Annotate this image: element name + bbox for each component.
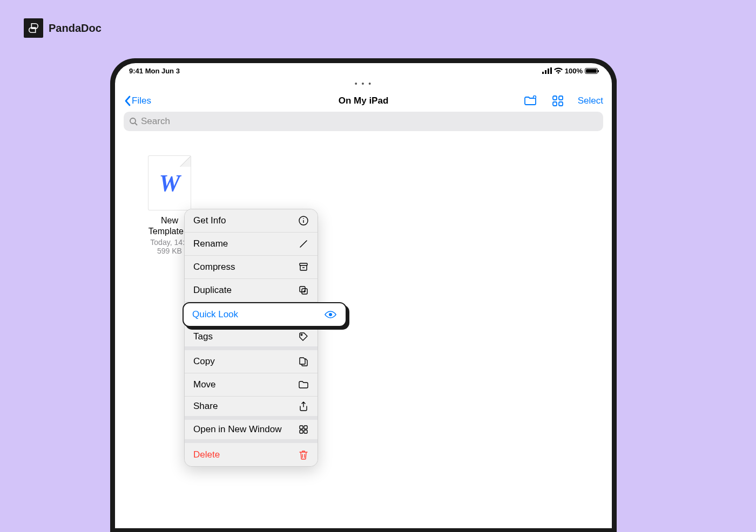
tag-icon <box>298 331 309 342</box>
menu-copy[interactable]: Copy <box>185 350 318 373</box>
info-icon <box>298 215 309 226</box>
trash-icon <box>298 449 309 460</box>
menu-label: Share <box>193 401 218 412</box>
svg-point-24 <box>301 334 302 335</box>
pencil-icon <box>298 238 309 249</box>
ipad-screen: 9:41 Mon Jun 3 100% • • • Files On My iP… <box>115 63 612 528</box>
menu-label: Open in New Window <box>193 424 281 435</box>
context-menu: Get Info Rename Compress Duplicate Quick… <box>184 209 318 467</box>
svg-rect-28 <box>304 430 307 433</box>
eye-icon <box>324 309 337 320</box>
cellular-icon <box>542 67 552 74</box>
menu-label: Delete <box>193 449 220 460</box>
svg-rect-25 <box>300 426 303 429</box>
new-folder-button[interactable] <box>524 95 538 107</box>
menu-label: Tags <box>193 331 213 342</box>
svg-line-16 <box>300 241 307 247</box>
search-icon <box>129 117 138 126</box>
menu-quick-look[interactable]: Quick Look <box>183 302 347 327</box>
svg-rect-0 <box>542 72 544 74</box>
svg-rect-17 <box>300 263 307 265</box>
battery-icon <box>585 68 598 74</box>
copy-icon <box>298 356 309 367</box>
wifi-icon <box>554 67 563 74</box>
pandadoc-brand: PandaDoc <box>24 18 102 38</box>
status-right: 100% <box>542 67 598 75</box>
menu-share[interactable]: Share <box>185 397 318 420</box>
menu-move[interactable]: Move <box>185 373 318 397</box>
folder-icon <box>298 379 309 390</box>
svg-point-11 <box>130 118 136 124</box>
menu-duplicate[interactable]: Duplicate <box>185 279 318 302</box>
menu-label: Quick Look <box>192 309 238 320</box>
menu-tags[interactable]: Tags <box>185 327 318 350</box>
search-placeholder: Search <box>141 116 170 127</box>
device-side-button <box>616 128 617 161</box>
svg-rect-27 <box>300 430 303 433</box>
file-thumbnail-icon: W <box>148 156 191 210</box>
back-label: Files <box>132 96 151 106</box>
menu-label: Duplicate <box>193 285 232 296</box>
menu-open-new-window[interactable]: Open in New Window <box>185 420 318 443</box>
menu-label: Move <box>193 379 216 390</box>
svg-point-15 <box>303 218 304 219</box>
view-options-button[interactable] <box>552 95 564 107</box>
svg-rect-7 <box>553 96 557 100</box>
ipad-device-frame: 9:41 Mon Jun 3 100% • • • Files On My iP… <box>110 58 617 532</box>
menu-label: Rename <box>193 238 228 249</box>
nav-bar: Files On My iPad Select <box>120 91 606 111</box>
svg-rect-3 <box>550 67 552 74</box>
svg-rect-10 <box>559 102 563 106</box>
svg-line-12 <box>135 123 137 125</box>
menu-label: Compress <box>193 262 235 272</box>
duplicate-icon <box>298 285 309 296</box>
grid-icon <box>298 424 309 435</box>
device-side-button <box>616 58 617 88</box>
share-icon <box>298 401 309 412</box>
file-type-letter: W <box>159 169 180 197</box>
status-time-date: 9:41 Mon Jun 3 <box>129 67 180 75</box>
menu-compress[interactable]: Compress <box>185 256 318 279</box>
pandadoc-name: PandaDoc <box>49 22 102 35</box>
pandadoc-logo-icon <box>24 18 43 38</box>
svg-rect-8 <box>559 96 563 100</box>
menu-label: Get Info <box>193 215 226 226</box>
archive-icon <box>298 262 309 272</box>
drag-handle-icon[interactable]: • • • <box>120 76 606 91</box>
svg-rect-2 <box>548 69 549 74</box>
menu-delete[interactable]: Delete <box>185 443 318 466</box>
chevron-left-icon <box>124 96 131 106</box>
status-bar: 9:41 Mon Jun 3 100% <box>115 63 612 76</box>
back-button[interactable]: Files <box>124 96 151 106</box>
svg-point-23 <box>329 313 332 316</box>
page-title: On My iPad <box>339 96 389 106</box>
svg-rect-26 <box>304 426 307 429</box>
menu-get-info[interactable]: Get Info <box>185 209 318 233</box>
svg-rect-1 <box>545 70 546 74</box>
menu-rename[interactable]: Rename <box>185 233 318 256</box>
search-input[interactable]: Search <box>124 112 603 131</box>
folder-plus-icon <box>524 95 538 107</box>
svg-rect-9 <box>553 102 557 106</box>
menu-label: Copy <box>193 356 215 367</box>
select-button[interactable]: Select <box>578 96 603 106</box>
battery-percent: 100% <box>565 67 583 75</box>
grid-icon <box>552 95 564 107</box>
